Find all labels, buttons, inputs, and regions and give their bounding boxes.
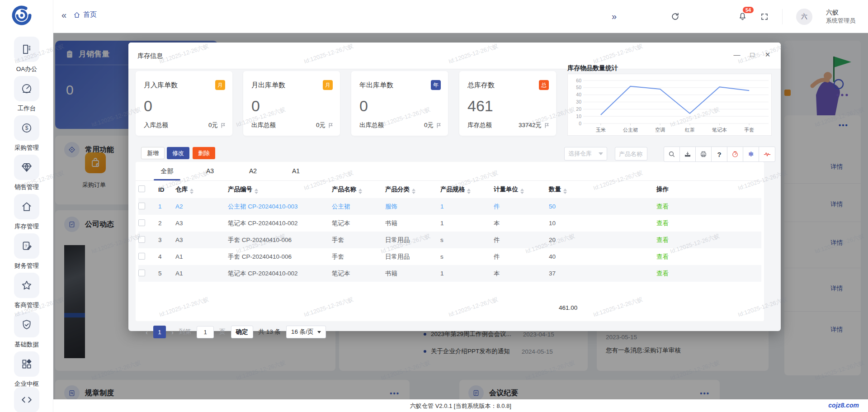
row-checkbox[interactable] — [138, 219, 145, 226]
fullscreen-icon[interactable] — [760, 13, 769, 21]
search-icon[interactable] — [664, 147, 680, 161]
refresh-icon[interactable] — [671, 12, 679, 21]
sidebar-item-dev[interactable] — [0, 387, 53, 412]
notification-badge: 54 — [743, 7, 754, 13]
home-icon — [14, 194, 39, 219]
edit-button[interactable]: 修改 — [167, 147, 189, 159]
stat-sub-value: 0元 — [316, 121, 326, 129]
sidebar-item-inventory[interactable]: 库存管理 — [0, 194, 53, 231]
user-info[interactable]: 六蚁 系统管理员 — [826, 8, 855, 24]
expand-tabs-icon[interactable]: » — [612, 11, 617, 22]
row-checkbox[interactable] — [138, 236, 145, 243]
col-category[interactable]: 产品分类 — [385, 181, 440, 198]
freeze-icon[interactable]: ❄ — [743, 147, 759, 161]
import-icon[interactable] — [680, 147, 696, 161]
svg-text:手套: 手套 — [744, 127, 754, 133]
site-link[interactable]: cojz8.com — [828, 402, 859, 409]
warehouse-tabs: 全部 A3 A2 A1 — [136, 162, 764, 181]
maximize-icon[interactable]: □ — [748, 51, 756, 59]
app-logo[interactable] — [11, 5, 33, 28]
table-row[interactable]: 2A3 笔记本 CP-20240410-002笔记本 书籍1 本10 查看 — [138, 215, 761, 232]
view-link[interactable]: 查看 — [656, 198, 761, 215]
pulse-icon[interactable] — [759, 147, 775, 161]
modal-title: 库存信息 — [137, 52, 163, 60]
view-link[interactable]: 查看 — [656, 232, 761, 248]
col-id: ID — [158, 181, 175, 198]
flag-icon[interactable] — [328, 123, 334, 128]
doc-question-icon: ? — [14, 233, 39, 259]
warehouse-select[interactable]: 选择仓库 — [564, 147, 607, 161]
col-qty[interactable]: 数量 — [549, 181, 656, 198]
col-code[interactable]: 产品编号 — [228, 181, 332, 198]
table-row[interactable]: 5A1 笔记本 CP-20240410-002笔记本 书籍1 本37 查看 — [138, 265, 761, 282]
avatar[interactable]: 六 — [796, 9, 812, 25]
flag-icon[interactable] — [544, 123, 550, 128]
chevron-down-icon — [317, 331, 321, 333]
sidebar-collapse-icon[interactable]: « — [61, 10, 66, 20]
col-unit[interactable]: 计量单位 — [494, 181, 549, 198]
add-button[interactable]: 新增 — [141, 147, 165, 159]
modal-header: 库存信息 — □ ✕ — [128, 43, 781, 69]
page-1-button[interactable]: 1 — [153, 326, 166, 338]
sidebar-item-customers[interactable]: 客商管理 — [0, 273, 53, 309]
sidebar-item-label: 财务管理 — [0, 262, 53, 270]
select-all-checkbox[interactable] — [138, 185, 145, 192]
confirm-button[interactable]: 确定 — [231, 326, 253, 338]
sidebar-item-hub[interactable]: 企业中枢 — [0, 351, 53, 388]
notification-bell-icon[interactable]: 54 — [738, 12, 747, 21]
col-warehouse[interactable]: 仓库 — [175, 181, 228, 198]
row-checkbox[interactable] — [138, 203, 145, 209]
sidebar-item-workbench[interactable]: 工作台 — [0, 76, 53, 113]
month-badge: 月 — [215, 80, 225, 90]
app-root: 月销售量 0 常用功能 采购订单 公司动态 2023年第29周工作例会会议...… — [0, 0, 868, 412]
col-spec[interactable]: 产品规格 — [440, 181, 494, 198]
col-name[interactable]: 产品名称 — [332, 181, 385, 198]
sidebar-item-purchase[interactable]: $ 采购管理 — [0, 115, 53, 152]
flag-icon[interactable] — [220, 123, 226, 128]
table-header-row: ID 仓库 产品编号 产品名称 产品分类 产品规格 计量单位 数量 操作 — [138, 181, 761, 198]
view-link[interactable]: 查看 — [656, 248, 761, 265]
table-row[interactable]: 3A3 手套 CP-20240410-006手套 日常用品s 件20 查看 — [138, 232, 761, 248]
tab-a1[interactable]: A1 — [274, 162, 317, 180]
breadcrumb[interactable]: 首页 — [73, 10, 97, 19]
product-name-input[interactable] — [615, 147, 647, 161]
view-link[interactable]: 查看 — [656, 265, 761, 282]
print-icon[interactable] — [696, 147, 712, 161]
home-icon — [73, 11, 80, 19]
table-row[interactable]: 4A1 手套 CP-20240410-006手套 日常用品s 件40 查看 — [138, 248, 761, 265]
prev-page-icon[interactable]: ‹ — [146, 328, 148, 336]
stat-title: 年出库单数 — [359, 81, 393, 90]
goto-page-input[interactable] — [197, 326, 214, 338]
svg-text:10: 10 — [576, 114, 581, 119]
total-badge: 总 — [539, 80, 549, 90]
close-icon[interactable]: ✕ — [764, 51, 772, 59]
sort-icon — [467, 189, 471, 194]
gauge-icon[interactable] — [727, 147, 743, 161]
grid-diamond-icon — [14, 351, 39, 377]
flag-icon[interactable] — [436, 123, 442, 128]
sort-icon — [359, 189, 362, 194]
stat-sub-label: 库存总额 — [467, 121, 492, 129]
tab-a2[interactable]: A2 — [231, 162, 274, 180]
sidebar-item-label: 工作台 — [0, 104, 53, 113]
stat-value: 0 — [144, 97, 152, 115]
sidebar-item-sales[interactable]: 销售管理 — [0, 155, 53, 191]
delete-button[interactable]: 删除 — [193, 147, 215, 159]
tab-all[interactable]: 全部 — [146, 162, 189, 180]
row-checkbox[interactable] — [138, 253, 145, 260]
view-link[interactable]: 查看 — [656, 215, 761, 232]
sidebar-item-oa[interactable]: OA办公 — [0, 37, 53, 73]
help-icon[interactable]: ? — [712, 147, 727, 161]
table-row[interactable]: 1A2 公主裙 CP-20240410-003公主裙 服饰1 件50 查看 — [138, 198, 761, 215]
stat-card-year-out: 年出库单数 年 0 出库总额 0元 — [351, 71, 448, 136]
next-page-icon[interactable]: › — [171, 328, 174, 336]
row-checkbox[interactable] — [138, 270, 145, 276]
page-size-select[interactable]: 16 条/页 — [286, 326, 326, 338]
sidebar-item-basedata[interactable]: 基础数据 — [0, 312, 53, 349]
svg-text:0: 0 — [579, 121, 581, 126]
version-text: 六蚁仓管 V2.0.1 [当前系统版本：8.0.8] — [53, 402, 868, 410]
sidebar-item-finance[interactable]: ? 财务管理 — [0, 233, 53, 270]
minimize-icon[interactable]: — — [733, 51, 741, 59]
tab-a3[interactable]: A3 — [189, 162, 231, 180]
user-name: 六蚁 — [826, 8, 855, 17]
